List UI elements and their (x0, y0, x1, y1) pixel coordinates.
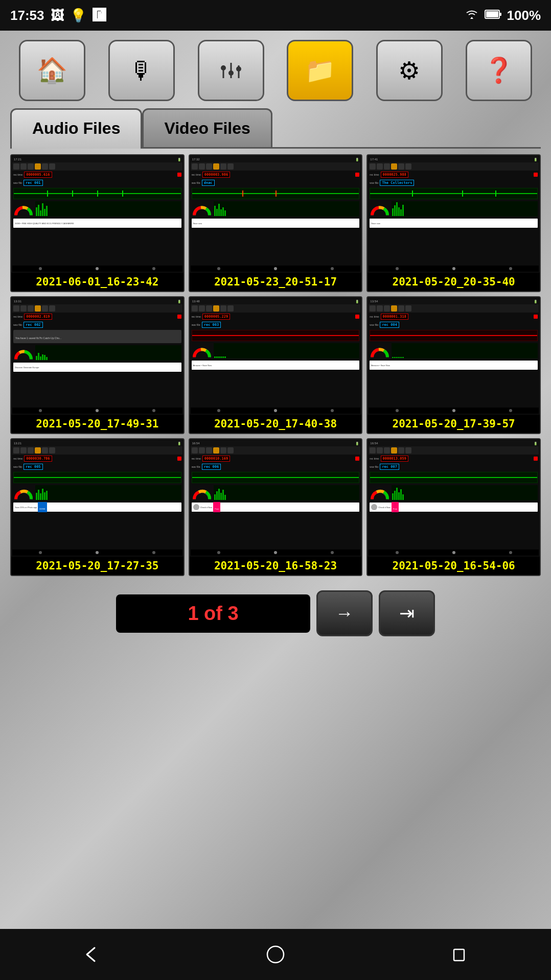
battery-icon (485, 8, 502, 23)
parking-icon: 🅿 (93, 8, 106, 23)
mixer-button[interactable] (198, 40, 264, 101)
gallery-icon: 🖼 (51, 8, 64, 23)
recording-label-6: 2021-05-20_17-39-57 (368, 415, 540, 433)
recording-label-3: 2021-05-20_20-35-40 (368, 273, 540, 291)
android-home-button[interactable] (255, 934, 296, 975)
thumbnail-2: 17:32🔋 rec time: 0000003.986 wav file: d… (190, 155, 362, 273)
status-left: 17:53 🖼 💡 🅿 (10, 8, 106, 23)
recording-item-3[interactable]: 17:41🔋 rec time: 0000025.988 wav file: T… (366, 154, 541, 292)
next-page-button[interactable]: → (316, 590, 373, 636)
svg-rect-2 (499, 13, 501, 16)
help-button[interactable]: ❓ (466, 40, 532, 101)
recording-label-2: 2021-05-23_20-51-17 (190, 273, 362, 291)
recording-label-4: 2021-05-20_17-49-31 (11, 415, 183, 433)
tabs-row: Audio Files Video Files (10, 108, 541, 149)
recording-label-1: 2021-06-01_16-23-42 (11, 273, 183, 291)
bottom-navigation (0, 929, 551, 980)
thumbnail-5: 13:48🔋 rec time: 0000005.229 wav file: r… (190, 297, 362, 415)
back-button[interactable] (72, 934, 112, 975)
toolbar: 🏠 🎙 📁 ⚙ ❓ (0, 31, 551, 108)
pagination: 1 of 3 → ⇥ (0, 580, 551, 641)
thumbnail-6: 13:54🔋 rec time: 0000001.318 wav file: r… (368, 297, 540, 415)
svg-rect-1 (486, 11, 498, 17)
thumbnail-3: 17:41🔋 rec time: 0000025.988 wav file: T… (368, 155, 540, 273)
recents-button[interactable] (439, 934, 479, 975)
thumbnail-4: 13:31🔋 rec time: 0000002.819 wav file: r… (11, 297, 183, 415)
recording-item-7[interactable]: 13:21🔋 rec time: 0000030.786 wav file: r… (10, 438, 185, 576)
page-indicator: 1 of 3 (116, 594, 310, 633)
svg-point-8 (236, 66, 241, 71)
recording-label-9: 2021-05-20_16-54-06 (368, 557, 540, 575)
thumbnail-8: 16:54🔋 rec time: 0000010.169 wav file: r… (190, 439, 362, 557)
mic-button[interactable]: 🎙 (108, 40, 175, 101)
status-bar: 17:53 🖼 💡 🅿 100% (0, 0, 551, 31)
recording-item-9[interactable]: 16:54🔋 rec time: 0000013.059 wav file: r… (366, 438, 541, 576)
last-page-button[interactable]: ⇥ (379, 590, 435, 636)
recording-item-6[interactable]: 13:54🔋 rec time: 0000001.318 wav file: r… (366, 296, 541, 434)
settings-button[interactable]: ⚙ (376, 40, 443, 101)
last-arrow-icon: ⇥ (399, 603, 415, 624)
tab-video[interactable]: Video Files (142, 108, 272, 149)
tab-audio[interactable]: Audio Files (10, 108, 142, 149)
main-area: 🏠 🎙 📁 ⚙ ❓ Audio Files Video Files 1 (0, 31, 551, 980)
thumbnail-7: 13:21🔋 rec time: 0000030.786 wav file: r… (11, 439, 183, 557)
recording-label-5: 2021-05-20_17-40-38 (190, 415, 362, 433)
svg-point-6 (228, 70, 234, 76)
recording-item-2[interactable]: 17:32🔋 rec time: 0000003.986 wav file: d… (189, 154, 363, 292)
svg-point-9 (267, 946, 284, 963)
next-arrow-icon: → (335, 603, 354, 624)
wifi-icon (464, 8, 479, 23)
recording-label-8: 2021-05-20_16-58-23 (190, 557, 362, 575)
recording-item-4[interactable]: 13:31🔋 rec time: 0000002.819 wav file: r… (10, 296, 185, 434)
folder-button[interactable]: 📁 (287, 40, 353, 101)
recording-item-8[interactable]: 16:54🔋 rec time: 0000010.169 wav file: r… (189, 438, 363, 576)
recording-item-1[interactable]: 17:21🔋 rec time: 0000005.616 wav file: r… (10, 154, 185, 292)
status-right: 100% (464, 8, 541, 23)
home-button[interactable]: 🏠 (19, 40, 85, 101)
svg-point-4 (221, 65, 226, 70)
time: 17:53 (10, 8, 44, 23)
brightness-icon: 💡 (70, 8, 86, 23)
thumbnail-9: 16:54🔋 rec time: 0000013.059 wav file: r… (368, 439, 540, 557)
battery-percent: 100% (507, 8, 541, 23)
recording-item-5[interactable]: 13:48🔋 rec time: 0000005.229 wav file: r… (189, 296, 363, 434)
svg-rect-10 (454, 949, 464, 961)
recording-label-7: 2021-05-20_17-27-35 (11, 557, 183, 575)
thumbnail-1: 17:21🔋 rec time: 0000005.616 wav file: r… (11, 155, 183, 273)
recordings-grid: 17:21🔋 rec time: 0000005.616 wav file: r… (0, 150, 551, 580)
